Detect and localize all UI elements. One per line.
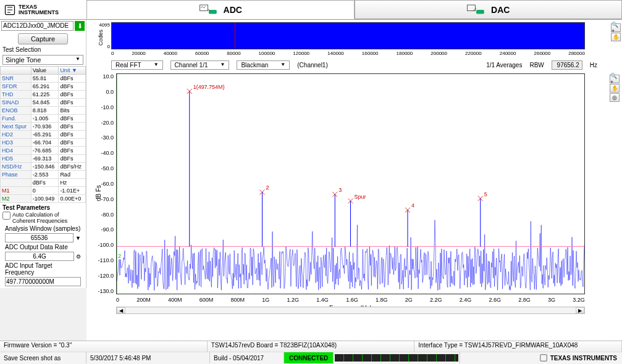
ti-chip-icon — [4, 4, 16, 16]
fft-type-dropdown[interactable]: Real FFT▼ — [111, 60, 163, 70]
scroll-right-icon[interactable]: ▶ — [576, 307, 584, 313]
test-selection-dropdown[interactable]: Single Tone▼ — [2, 55, 83, 65]
pan-icon[interactable]: ✋ — [611, 33, 621, 41]
option-bar: Real FFT▼ Channel 1/1▼ Blackman▼ (Channe… — [86, 59, 622, 71]
rbw-unit: Hz — [590, 62, 597, 68]
zoom-plus-icon[interactable]: 🔍+ — [611, 23, 621, 32]
test-selection-label: Test Selection — [0, 46, 86, 54]
connection-status: CONNECTED — [284, 352, 334, 363]
adc-input-label: ADC Input Target Frequency — [2, 262, 83, 276]
table-row: M2-100.9490.00E+0 — [1, 195, 86, 203]
rbw-label: RBW — [529, 62, 544, 68]
metrics-header-empty[interactable] — [1, 67, 32, 75]
codes-marker — [235, 23, 235, 49]
metrics-header-value[interactable]: Value — [31, 67, 59, 75]
table-row: M10-1.01E+ — [1, 187, 86, 195]
table-row: SNR55.81dBFs — [1, 75, 86, 83]
svg-text:2: 2 — [118, 253, 121, 259]
table-row: Phase-2.553Rad — [1, 171, 86, 179]
board-info: TSW14J57revD Board = T823BFIZ(10AX048) — [208, 341, 415, 352]
progress-bar — [335, 354, 458, 362]
svg-rect-20 — [540, 355, 547, 362]
adc-output-input[interactable]: 6.4G — [5, 252, 74, 261]
metrics-header-unit[interactable]: Unit ▼ — [59, 67, 86, 75]
ti-chip-icon — [539, 354, 548, 362]
table-row: SINAD54.845dBFs — [1, 99, 86, 107]
table-row: THD61.225dBFs — [1, 91, 86, 99]
table-row: Next Spur-70.936dBFs — [1, 123, 86, 131]
codes-plot[interactable] — [111, 22, 585, 49]
chevron-down-icon: ▼ — [75, 56, 80, 64]
device-select[interactable]: ADC12DJxx00_JMODE — [1, 21, 74, 31]
interface-info: Interface Type = TSW14J57REVD_FIRMWARE_1… — [414, 341, 622, 352]
fft-plot-area: dB Fs 10.00.0-10.0-20.0-30.0-40.0-50.0-6… — [95, 73, 603, 313]
tab-adc-label: ADC — [224, 5, 242, 15]
svg-text:1(497.754M): 1(497.754M) — [193, 84, 225, 90]
ti-logo: TEXAS INSTRUMENTS — [0, 0, 86, 19]
build-date: Build - 05/04/2017 — [210, 352, 284, 363]
metrics-table: Value Unit ▼ SNR55.81dBFsSFDR65.291dBFsT… — [0, 66, 86, 203]
table-row: SFDR65.291dBFs — [1, 83, 86, 91]
adc-output-label: ADC Output Data Rate — [2, 243, 83, 251]
main-area: Codes 4095 0 020000400006000080000100000… — [86, 20, 622, 341]
svg-rect-4 — [476, 10, 484, 14]
auto-calc-label: Auto Calculation of Coherent Frequencies — [12, 212, 83, 224]
pan-icon[interactable]: ✋ — [610, 84, 620, 93]
tab-adc[interactable]: ADC — [86, 0, 355, 19]
ti-footer-logo: TEXAS INSTRUMENTS — [539, 354, 622, 362]
table-row: NSD/Hz-150.846dBFs/Hz — [1, 163, 86, 171]
timestamp: 5/30/2017 5:46:48 PM — [86, 352, 210, 363]
table-row: ENOB8.818Bits — [1, 107, 86, 115]
dac-tab-icon — [466, 4, 486, 16]
zoom-plus-icon[interactable]: 🔍+ — [610, 75, 620, 83]
gear-icon[interactable]: ⚙ — [76, 254, 81, 260]
averages-label: 1/1 Averages — [486, 62, 522, 68]
svg-text:Spur: Spur — [354, 194, 366, 200]
rbw-value: 97656.2 — [552, 60, 582, 70]
auto-calc-checkbox[interactable] — [2, 212, 11, 220]
svg-text:4: 4 — [411, 202, 414, 209]
target-icon[interactable]: ◎ — [610, 93, 620, 102]
footer: Firmware Version = "0.3" TSW14J57revD Bo… — [0, 341, 622, 364]
capture-button[interactable]: Capture — [18, 33, 68, 44]
brand-bottom: INSTRUMENTS — [19, 10, 59, 15]
table-row: HD5-69.313dBFs — [1, 155, 86, 163]
channel-paren: (Channel1) — [297, 62, 327, 68]
table-row: HD2-65.291dBFs — [1, 131, 86, 139]
firmware-version: Firmware Version = "0.3" — [0, 341, 208, 352]
svg-text:2: 2 — [266, 185, 269, 191]
channel-dropdown[interactable]: Channel 1/1▼ — [170, 60, 230, 70]
tab-dac[interactable]: DAC — [355, 0, 623, 19]
chevron-down-icon[interactable]: ▼ — [75, 235, 81, 241]
save-screenshot[interactable]: Save Screen shot as — [0, 352, 86, 363]
device-download-button[interactable]: ⬇ — [75, 21, 85, 31]
codes-xaxis: 0200004000060000800001000001200001400001… — [111, 51, 585, 58]
window-dropdown[interactable]: Blackman▼ — [237, 60, 290, 70]
svg-text:3: 3 — [338, 187, 342, 193]
tab-dac-label: DAC — [491, 5, 510, 15]
scroll-left-icon[interactable]: ◀ — [117, 307, 125, 313]
left-panel: ADC12DJxx00_JMODE ⬇ Capture Test Selecti… — [0, 20, 86, 288]
table-row: HD3-66.704dBFs — [1, 139, 86, 147]
adc-input-frequency[interactable]: 497.770000000M — [5, 277, 81, 286]
adc-tab-icon — [199, 4, 219, 16]
fft-plot[interactable]: 2 1(497.754M) 2 3 Spur 4 5 — [116, 73, 585, 294]
svg-rect-2 — [209, 10, 217, 14]
codes-strip: Codes 4095 0 020000400006000080000100000… — [95, 22, 603, 58]
test-parameters-title: Test Parameters — [2, 204, 83, 211]
svg-text:5: 5 — [484, 191, 487, 197]
analysis-window-input[interactable]: 65536 — [5, 233, 74, 242]
table-row: Fund.-1.005dBFs — [1, 115, 86, 123]
analysis-window-label: Analysis Window (samples) — [2, 225, 83, 233]
horizontal-scrollbar[interactable]: ◀ ▶ — [116, 307, 585, 315]
table-row: HD4-76.685dBFs — [1, 147, 86, 155]
table-row: dBFsHz — [1, 179, 86, 187]
